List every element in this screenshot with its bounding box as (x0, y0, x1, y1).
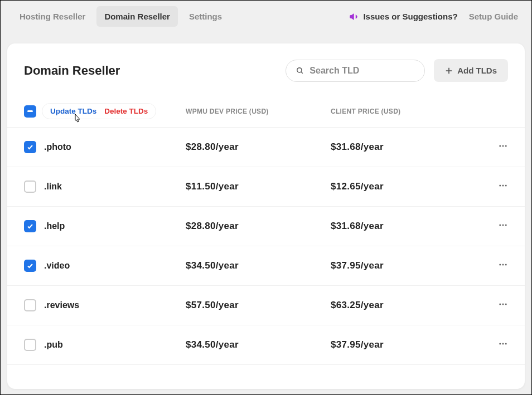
column-wpmu-price: WPMU DEV PRICE (USD) (186, 108, 331, 115)
client-price: $37.95/year (331, 339, 486, 350)
table-row: .video$34.50/year$37.95/year (7, 246, 525, 286)
row-menu-button[interactable] (498, 183, 508, 192)
bulk-actions: Update TLDs Delete TLDs (42, 103, 156, 119)
megaphone-icon (349, 12, 359, 22)
svg-point-0 (297, 67, 302, 72)
tab-domain-reseller[interactable]: Domain Reseller (96, 6, 178, 27)
svg-point-18 (505, 304, 507, 305)
table-row: .photo$28.80/year$31.68/year (7, 128, 525, 167)
row-menu-button[interactable] (498, 341, 508, 350)
tab-list: Hosting Reseller Domain Reseller Setting… (12, 6, 230, 27)
column-client-price: CLIENT PRICE (USD) (331, 108, 486, 115)
wpmu-price: $28.80/year (186, 142, 331, 153)
issues-label: Issues or Suggestions? (363, 12, 457, 21)
topbar: Hosting Reseller Domain Reseller Setting… (1, 1, 531, 43)
wpmu-price: $57.50/year (186, 300, 331, 311)
svg-point-14 (502, 264, 504, 266)
client-price: $37.95/year (331, 260, 486, 271)
row-menu-button[interactable] (498, 222, 508, 232)
client-price: $31.68/year (331, 142, 486, 153)
svg-point-11 (502, 225, 504, 226)
svg-point-13 (499, 264, 501, 266)
svg-line-1 (301, 71, 303, 73)
wpmu-price: $34.50/year (186, 339, 331, 350)
row-checkbox[interactable] (24, 260, 36, 272)
svg-point-8 (502, 185, 504, 187)
table-header: Update TLDs Delete TLDs WPMU DEV PRICE (… (7, 95, 525, 128)
client-price: $31.68/year (331, 221, 486, 232)
row-menu-button[interactable] (498, 262, 508, 271)
page-title: Domain Reseller (24, 64, 120, 78)
search-input[interactable] (309, 66, 414, 76)
add-tlds-label: Add TLDs (457, 66, 497, 75)
row-checkbox[interactable] (24, 299, 36, 311)
table-row: .link$11.50/year$12.65/year (7, 167, 525, 207)
svg-point-4 (499, 145, 501, 147)
setup-guide-link[interactable]: Setup Guide (467, 6, 520, 27)
svg-point-10 (499, 225, 501, 226)
svg-point-9 (505, 185, 507, 187)
tld-name: .pub (44, 340, 63, 350)
table-row: .help$28.80/year$31.68/year (7, 207, 525, 246)
tld-rows: .photo$28.80/year$31.68/year.link$11.50/… (7, 128, 525, 365)
search-box[interactable] (286, 60, 425, 82)
tab-hosting-reseller[interactable]: Hosting Reseller (12, 6, 93, 27)
main-panel: Domain Reseller Add TLDs Update TLDs Del… (7, 43, 525, 389)
tld-name: .link (44, 182, 62, 192)
tld-name: .photo (44, 142, 71, 152)
svg-point-12 (505, 225, 507, 226)
tld-name: .reviews (44, 300, 79, 310)
delete-tlds-button[interactable]: Delete TLDs (104, 107, 148, 115)
table-row: .reviews$57.50/year$63.25/year (7, 286, 525, 325)
wpmu-price: $28.80/year (186, 221, 331, 232)
add-tlds-button[interactable]: Add TLDs (434, 59, 508, 82)
client-price: $12.65/year (331, 181, 486, 192)
svg-point-6 (505, 145, 507, 147)
select-all-checkbox[interactable] (24, 105, 36, 118)
row-checkbox[interactable] (24, 339, 36, 351)
plus-icon (445, 67, 453, 75)
row-checkbox[interactable] (24, 220, 36, 232)
row-checkbox[interactable] (24, 141, 36, 153)
svg-point-7 (499, 185, 501, 187)
svg-point-17 (502, 304, 504, 305)
wpmu-price: $11.50/year (186, 181, 331, 192)
search-icon (296, 66, 304, 75)
update-tlds-button[interactable]: Update TLDs (50, 107, 96, 115)
row-menu-button[interactable] (498, 301, 508, 311)
svg-point-16 (499, 304, 501, 305)
svg-point-21 (505, 343, 507, 345)
wpmu-price: $34.50/year (186, 260, 331, 271)
svg-point-20 (502, 343, 504, 345)
svg-point-5 (502, 145, 504, 147)
panel-header: Domain Reseller Add TLDs (7, 43, 525, 95)
tab-settings[interactable]: Settings (181, 6, 230, 27)
client-price: $63.25/year (331, 300, 486, 311)
row-menu-button[interactable] (498, 143, 508, 153)
issues-link[interactable]: Issues or Suggestions? (340, 12, 466, 22)
svg-point-19 (499, 343, 501, 345)
row-checkbox[interactable] (24, 181, 36, 193)
tld-name: .help (44, 221, 65, 231)
svg-point-15 (505, 264, 507, 266)
tld-name: .video (44, 261, 70, 271)
table-row: .pub$34.50/year$37.95/year (7, 325, 525, 365)
